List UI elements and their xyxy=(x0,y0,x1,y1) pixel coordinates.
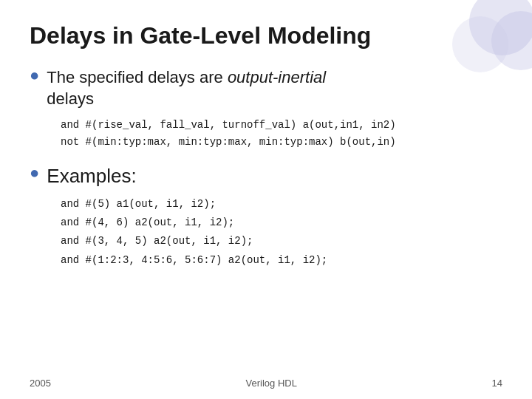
example-line-1: and #(5) a1(out, i1, i2); xyxy=(61,195,502,214)
example-line-3: and #(3, 4, 5) a2(out, i1, i2); xyxy=(61,232,502,250)
code-line-1: and #(rise_val, fall_val, turnoff_val) a… xyxy=(61,117,502,133)
footer-year: 2005 xyxy=(30,378,51,389)
code-line-2: not #(min:typ:max, min:typ:max, min:typ:… xyxy=(61,134,502,150)
bullet-item-1: ● The specified delays are output-inerti… xyxy=(30,67,502,109)
footer-page-number: 14 xyxy=(492,378,502,389)
italic-text: output-inertial xyxy=(228,68,326,86)
bullet-dot-2: ● xyxy=(30,163,39,183)
section2: ● Examples: and #(5) a1(out, i1, i2); an… xyxy=(30,165,502,270)
footer: 2005 Verilog HDL 14 xyxy=(30,378,502,389)
code-block-1: and #(rise_val, fall_val, turnoff_val) a… xyxy=(61,117,502,150)
examples-code: and #(5) a1(out, i1, i2); and #(4, 6) a2… xyxy=(61,195,502,270)
slide-title: Delays in Gate-Level Modeling xyxy=(30,22,502,50)
bullet-item-2: ● Examples: xyxy=(30,165,502,188)
bullet-text-1: The specified delays are output-inertial… xyxy=(47,67,326,109)
footer-center-title: Verilog HDL xyxy=(246,378,297,389)
example-line-2: and #(4, 6) a2(out, i1, i2); xyxy=(61,214,502,232)
section1: ● The specified delays are output-inerti… xyxy=(30,67,502,150)
examples-title: Examples: xyxy=(47,165,136,188)
slide: Delays in Gate-Level Modeling ● The spec… xyxy=(0,0,532,399)
example-line-4: and #(1:2:3, 4:5:6, 5:6:7) a2(out, i1, i… xyxy=(61,251,502,270)
bullet-dot-1: ● xyxy=(30,66,39,85)
